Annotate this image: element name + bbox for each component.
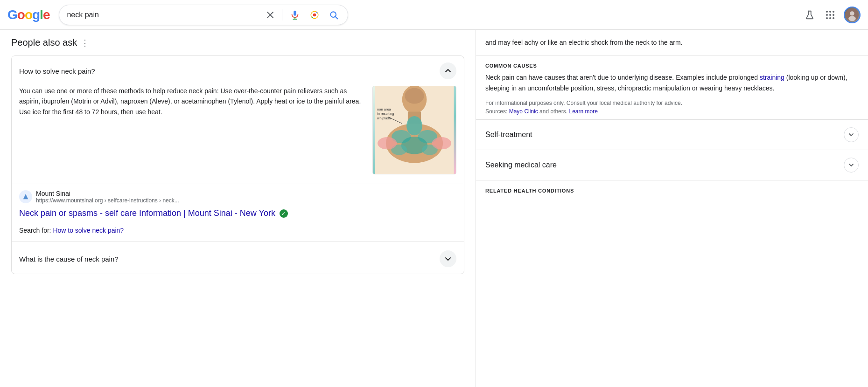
mount-sinai-icon	[22, 193, 29, 200]
neck-anatomy-svg: non area in resulting whiplash	[373, 86, 456, 174]
svg-point-16	[406, 116, 422, 135]
avatar[interactable]	[844, 7, 861, 23]
svg-marker-29	[23, 194, 28, 199]
google-logo: Google	[7, 7, 49, 22]
logo-l: l	[40, 7, 43, 22]
svg-text:whiplash: whiplash	[377, 116, 391, 120]
search-icons	[264, 8, 340, 22]
self-treatment-label: Self-treatment	[485, 131, 532, 139]
source-info: Mount Sinai https://www.mountsinai.org ›…	[36, 190, 179, 204]
search-for-label: Search for:	[19, 227, 51, 234]
divider-2	[12, 242, 464, 242]
clear-icon	[266, 11, 274, 19]
svg-text:non area: non area	[377, 107, 391, 111]
user-avatar	[846, 8, 859, 21]
source-url: https://www.mountsinai.org › selfcare-in…	[36, 197, 179, 204]
more-options-button[interactable]: ⋮	[81, 38, 89, 48]
question-box-1: How to solve neck pain? You can use one …	[11, 55, 464, 274]
left-panel: People also ask ⋮ How to solve neck pain…	[0, 30, 476, 387]
svg-point-10	[850, 11, 854, 15]
and-others-text: and others.	[539, 108, 567, 115]
logo-g2: g	[32, 7, 40, 22]
clear-button[interactable]	[264, 9, 276, 21]
search-input[interactable]	[67, 11, 264, 19]
collapse-button-1[interactable]	[440, 62, 456, 79]
svg-point-5	[313, 13, 316, 16]
seeking-medical-care-label: Seeking medical care	[485, 161, 557, 169]
related-health-conditions-title: RELATED HEALTH CONDITIONS	[476, 180, 868, 197]
flask-icon	[805, 10, 815, 20]
sources-label: Sources:	[485, 108, 507, 115]
right-panel: and may feel achy or like an electric sh…	[476, 30, 868, 387]
divider-1	[12, 184, 464, 184]
answer-image-1: non area in resulting whiplash	[372, 86, 456, 174]
disclaimer-label: For informational purposes only. Consult…	[485, 100, 682, 106]
apps-button[interactable]	[824, 9, 836, 21]
chevron-up-icon	[444, 67, 452, 75]
question-text-1: How to solve neck pain?	[19, 67, 95, 75]
microphone-icon	[290, 10, 300, 20]
svg-line-7	[336, 16, 338, 19]
disclaimer-text: For informational purposes only. Consult…	[476, 99, 868, 119]
chevron-down-small-icon	[848, 132, 854, 138]
divider-line	[282, 9, 282, 21]
search-bar[interactable]	[59, 5, 348, 25]
svg-point-22	[378, 137, 397, 149]
search-by-image-button[interactable]	[308, 8, 322, 22]
common-causes-title: COMMON CAUSES	[476, 55, 868, 72]
people-also-ask-header: People also ask ⋮	[11, 37, 464, 48]
learn-more-link[interactable]: Learn more	[569, 108, 597, 115]
result-title: Neck pain or spasms - self care Informat…	[19, 208, 275, 218]
chevron-down-small-icon-2	[848, 162, 854, 168]
camera-icon	[309, 10, 320, 20]
search-for-link[interactable]: How to solve neck pain?	[53, 227, 124, 234]
svg-point-28	[405, 88, 424, 104]
question-text-2: What is the cause of neck pain?	[19, 255, 119, 263]
logo-o1: o	[17, 7, 25, 22]
svg-rect-2	[294, 10, 297, 15]
search-for-row: Search for: How to solve neck pain?	[12, 221, 464, 240]
mayo-clinic-link[interactable]: Mayo Clinic	[509, 108, 538, 115]
chevron-down-icon	[444, 255, 452, 263]
svg-text:in resulting: in resulting	[377, 111, 394, 116]
flask-button[interactable]	[803, 8, 817, 22]
header: Google	[0, 0, 868, 30]
source-name: Mount Sinai	[36, 190, 179, 197]
header-right	[803, 7, 861, 23]
people-also-ask-title: People also ask	[11, 37, 77, 48]
self-treatment-row[interactable]: Self-treatment	[476, 119, 868, 150]
answer-text-1: You can use one or more of these methods…	[19, 86, 365, 174]
logo-o2: o	[25, 7, 32, 22]
source-favicon	[19, 190, 32, 203]
search-button[interactable]	[327, 8, 340, 21]
straining-link[interactable]: straining	[760, 74, 784, 81]
self-treatment-chevron	[844, 127, 859, 142]
voice-search-button[interactable]	[288, 8, 302, 22]
svg-point-23	[432, 137, 451, 149]
answer-section-1: You can use one or more of these methods…	[12, 86, 464, 182]
search-icon	[329, 10, 338, 20]
expand-button-2[interactable]	[440, 250, 456, 267]
result-link[interactable]: Neck pain or spasms - self care Informat…	[12, 204, 464, 221]
verified-icon: ✓	[280, 209, 288, 218]
right-top-text: and may feel achy or like an electric sh…	[476, 30, 868, 55]
main-content: People also ask ⋮ How to solve neck pain…	[0, 30, 868, 387]
logo-g: G	[7, 7, 17, 22]
seeking-medical-care-chevron	[844, 158, 859, 173]
svg-point-11	[848, 16, 856, 21]
question-header-1[interactable]: How to solve neck pain?	[12, 56, 464, 86]
seeking-medical-care-row[interactable]: Seeking medical care	[476, 150, 868, 180]
grid-icon	[826, 11, 834, 19]
logo-e: e	[43, 7, 50, 22]
question-header-2[interactable]: What is the cause of neck pain?	[12, 244, 464, 274]
common-causes-text: Neck pain can have causes that aren't du…	[476, 72, 868, 99]
source-row: Mount Sinai https://www.mountsinai.org ›…	[12, 186, 464, 204]
